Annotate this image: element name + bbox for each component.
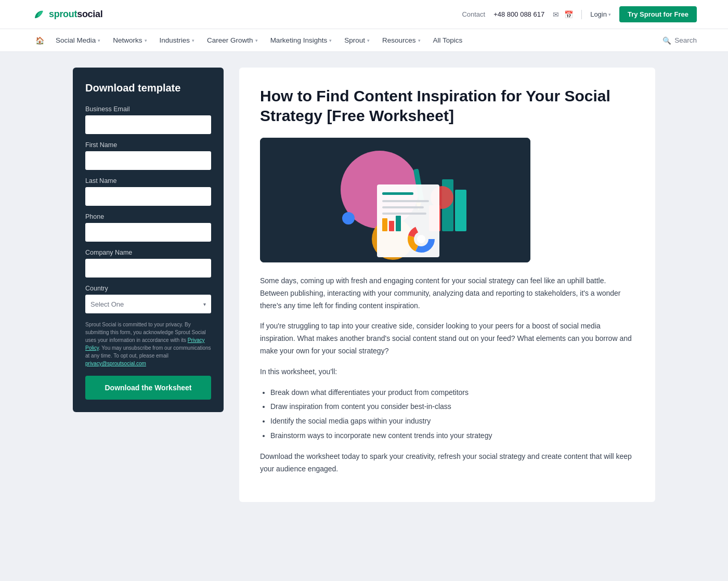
login-chevron-icon: ▾ xyxy=(608,12,611,17)
privacy-notice: Sprout Social is committed to your priva… xyxy=(85,321,211,367)
paragraph-4: Download the worksheet today to spark yo… xyxy=(260,451,634,476)
download-form: Download template Business Email First N… xyxy=(73,68,224,412)
company-name-label: Company Name xyxy=(85,249,211,256)
nav-item-career-growth[interactable]: Career Growth ▾ xyxy=(202,29,263,52)
svg-rect-17 xyxy=(396,216,401,231)
country-select[interactable]: Select One xyxy=(85,295,211,313)
nav-item-social-media[interactable]: Social Media ▾ xyxy=(50,29,106,52)
nav-sprout-label: Sprout xyxy=(344,36,365,44)
article-content: How to Find Content Inspiration for Your… xyxy=(239,68,655,502)
phone-group: Phone xyxy=(85,213,211,242)
nav-chevron-icon: ▾ xyxy=(418,38,421,43)
paragraph-2: If you're struggling to tap into your cr… xyxy=(260,320,634,357)
top-right-area: Contact +48 800 088 617 ✉ 📅 Login ▾ Try … xyxy=(462,6,697,22)
hero-image xyxy=(260,138,530,262)
phone-input[interactable] xyxy=(85,223,211,242)
download-worksheet-button[interactable]: Download the Worksheet xyxy=(85,376,211,400)
nav-industries-label: Industries xyxy=(160,36,190,44)
form-title: Download template xyxy=(85,82,211,94)
page-wrapper: Download template Business Email First N… xyxy=(52,52,676,518)
phone-number[interactable]: +48 800 088 617 xyxy=(493,10,544,18)
nav-bar: 🏠 Social Media ▾ Networks ▾ Industries ▾… xyxy=(0,29,728,52)
nav-item-networks[interactable]: Networks ▾ xyxy=(108,29,152,52)
svg-rect-14 xyxy=(382,213,426,215)
nav-all-topics-label: All Topics xyxy=(433,36,463,44)
nav-networks-label: Networks xyxy=(113,36,142,44)
hero-illustration xyxy=(260,138,530,262)
paragraph-3: In this worksheet, you'll: xyxy=(260,366,634,378)
company-name-group: Company Name xyxy=(85,249,211,278)
business-email-label: Business Email xyxy=(85,105,211,113)
email-icon[interactable]: ✉ xyxy=(553,10,559,19)
logo-text: sproutsocial xyxy=(49,9,102,20)
logo-icon xyxy=(31,7,46,22)
list-item: Break down what differentiates your prod… xyxy=(270,387,634,399)
svg-point-3 xyxy=(342,212,355,225)
svg-rect-11 xyxy=(382,192,413,195)
last-name-label: Last Name xyxy=(85,177,211,184)
search-label: Search xyxy=(674,36,697,44)
list-item: Draw inspiration from content you consid… xyxy=(270,401,634,413)
nav-career-growth-label: Career Growth xyxy=(207,36,253,44)
logo[interactable]: sproutsocial xyxy=(31,7,102,22)
nav-social-media-label: Social Media xyxy=(56,36,96,44)
company-name-input[interactable] xyxy=(85,259,211,278)
svg-rect-16 xyxy=(389,221,394,231)
svg-rect-15 xyxy=(382,218,387,231)
business-email-input[interactable] xyxy=(85,115,211,134)
svg-rect-13 xyxy=(382,206,424,208)
country-label: Country xyxy=(85,285,211,292)
nav-chevron-icon: ▾ xyxy=(98,38,100,43)
country-group: Country Select One ▾ xyxy=(85,285,211,313)
privacy-text-2: . You may unsubscribe from our communica… xyxy=(85,345,211,359)
paragraph-1: Some days, coming up with fresh and enga… xyxy=(260,275,634,312)
try-sprout-button[interactable]: Try Sprout for Free xyxy=(619,6,697,22)
nav-item-all-topics[interactable]: All Topics xyxy=(428,29,468,52)
first-name-label: First Name xyxy=(85,141,211,149)
divider xyxy=(581,10,582,19)
last-name-group: Last Name xyxy=(85,177,211,206)
nav-marketing-insights-label: Marketing Insights xyxy=(270,36,328,44)
svg-rect-12 xyxy=(382,200,429,202)
nav-item-marketing-insights[interactable]: Marketing Insights ▾ xyxy=(265,29,337,52)
nav-home-icon[interactable]: 🏠 xyxy=(31,36,48,45)
nav-item-sprout[interactable]: Sprout ▾ xyxy=(339,29,375,52)
business-email-group: Business Email xyxy=(85,105,211,134)
nav-chevron-icon: ▾ xyxy=(367,38,370,43)
privacy-email-link[interactable]: privacy@sproutsocial.com xyxy=(85,361,146,366)
calendar-icon[interactable]: 📅 xyxy=(564,10,573,19)
phone-label: Phone xyxy=(85,213,211,220)
svg-point-21 xyxy=(417,235,425,243)
contact-icons: ✉ 📅 xyxy=(553,10,573,19)
login-label: Login xyxy=(590,10,607,18)
nav-chevron-icon: ▾ xyxy=(329,38,332,43)
nav-chevron-icon: ▾ xyxy=(255,38,258,43)
svg-rect-5 xyxy=(455,190,466,231)
contact-label: Contact xyxy=(462,10,485,18)
bullet-list: Break down what differentiates your prod… xyxy=(270,387,634,442)
list-item: Brainstorm ways to incorporate new conte… xyxy=(270,430,634,442)
search-button[interactable]: 🔍 Search xyxy=(662,36,697,45)
first-name-input[interactable] xyxy=(85,151,211,170)
nav-chevron-icon: ▾ xyxy=(192,38,194,43)
list-item: Identify the social media gaps within yo… xyxy=(270,415,634,428)
login-button[interactable]: Login ▾ xyxy=(590,10,611,18)
top-bar: sproutsocial Contact +48 800 088 617 ✉ 📅… xyxy=(0,0,728,29)
article-body: Some days, coming up with fresh and enga… xyxy=(260,275,634,475)
nav-chevron-icon: ▾ xyxy=(145,38,147,43)
nav-item-resources[interactable]: Resources ▾ xyxy=(377,29,426,52)
search-icon: 🔍 xyxy=(662,36,671,45)
country-select-wrapper: Select One ▾ xyxy=(85,295,211,313)
last-name-input[interactable] xyxy=(85,187,211,206)
nav-item-industries[interactable]: Industries ▾ xyxy=(154,29,200,52)
first-name-group: First Name xyxy=(85,141,211,170)
nav-resources-label: Resources xyxy=(382,36,416,44)
article-title: How to Find Content Inspiration for Your… xyxy=(260,86,634,125)
